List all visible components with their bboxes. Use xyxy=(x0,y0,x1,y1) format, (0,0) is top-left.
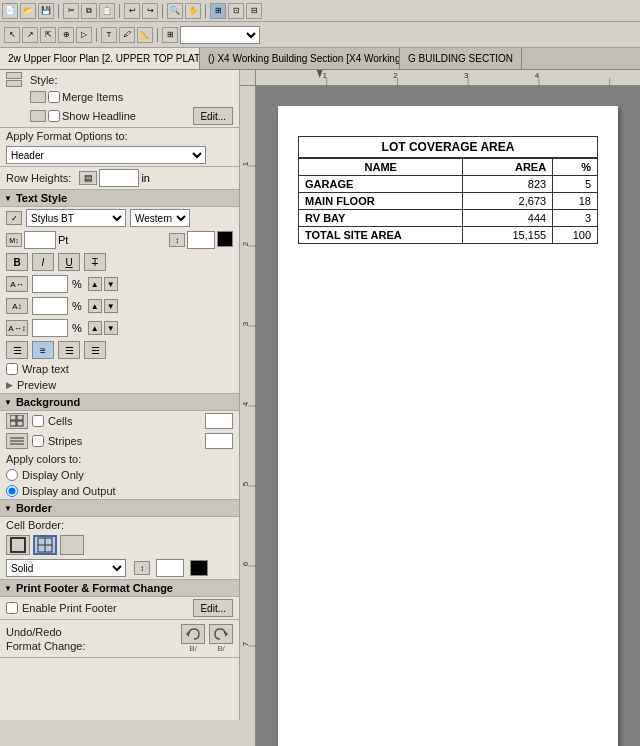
svg-text:6: 6 xyxy=(241,561,250,566)
save-icon[interactable]: 💾 xyxy=(38,3,54,19)
edit-button[interactable]: Edit... xyxy=(193,107,233,125)
zoom-icon[interactable]: 🔍 xyxy=(167,3,183,19)
font-size-icon: M↕ xyxy=(6,233,22,247)
show-headline-checkbox[interactable] xyxy=(48,110,60,122)
svg-rect-2 xyxy=(10,421,16,426)
layer-icon[interactable]: ⊞ xyxy=(162,27,178,43)
new-icon[interactable]: 📄 xyxy=(2,3,18,19)
enable-footer-checkbox[interactable] xyxy=(6,602,18,614)
tab-section[interactable]: () X4 Working Building Section [X4 Worki… xyxy=(200,48,400,69)
vertical-ruler: 1 2 3 4 5 6 7 xyxy=(240,86,256,746)
undo-icon-btn[interactable] xyxy=(181,624,205,644)
scale-c-up-btn[interactable]: ▲ xyxy=(88,321,102,335)
wrap-text-checkbox[interactable] xyxy=(6,363,18,375)
scale-c-input[interactable]: 100 xyxy=(32,319,68,337)
undo-icon[interactable]: ↩ xyxy=(124,3,140,19)
border-btn-outer[interactable] xyxy=(6,535,30,555)
stripes-icon xyxy=(6,433,28,449)
horizontal-ruler: 1 2 3 4 xyxy=(256,70,640,86)
tool-icon1[interactable]: ↖ xyxy=(4,27,20,43)
apply-format-select[interactable]: Header xyxy=(6,146,206,164)
tool-icon2[interactable]: ↗ xyxy=(22,27,38,43)
col-header-name: NAME xyxy=(299,159,463,176)
paste-icon[interactable]: 📋 xyxy=(99,3,115,19)
table-container: LOT COVERAGE AREA NAME AREA % GAR xyxy=(298,136,598,244)
scale-c-down-btn[interactable]: ▼ xyxy=(104,321,118,335)
border-width-input[interactable]: 1 xyxy=(156,559,184,577)
border-style-row: Solid ↕ 1 xyxy=(0,557,239,579)
scale-up-btn[interactable]: ▲ xyxy=(88,277,102,291)
redo-icon[interactable]: ↪ xyxy=(142,3,158,19)
layer-select[interactable] xyxy=(180,26,260,44)
strikethrough-button[interactable]: T xyxy=(84,253,106,271)
tool-icon4[interactable]: ⊕ xyxy=(58,27,74,43)
print-footer-header[interactable]: ▼ Print Footer & Format Change xyxy=(0,580,239,597)
text-style-header[interactable]: ▼ Text Style xyxy=(0,190,239,207)
spacing-input[interactable]: 1 xyxy=(187,231,215,249)
copy-icon[interactable]: ⧉ xyxy=(81,3,97,19)
view-icon1[interactable]: ⊞ xyxy=(210,3,226,19)
cells-row: Cells xyxy=(0,411,239,431)
cell-area: 444 xyxy=(463,210,553,227)
undo-btn-group: B/ xyxy=(181,624,205,653)
row-height-input[interactable]: 0 xyxy=(99,169,139,187)
scale-a-input[interactable]: 100 xyxy=(32,275,68,293)
tool-icon3[interactable]: ⇱ xyxy=(40,27,56,43)
display-output-radio[interactable] xyxy=(6,485,18,497)
view-icon3[interactable]: ⊟ xyxy=(246,3,262,19)
display-output-label: Display and Output xyxy=(22,485,116,497)
align-justify-btn[interactable]: ☰ xyxy=(84,341,106,359)
tool-icon6[interactable]: T xyxy=(101,27,117,43)
right-area: 1 2 3 4 1 2 3 xyxy=(240,70,640,720)
underline-button[interactable]: U xyxy=(58,253,80,271)
apply-format-section: Apply Format Options to: Header xyxy=(0,128,239,167)
cells-checkbox[interactable] xyxy=(32,415,44,427)
scale-row-2: A↕ 100 % ▲ ▼ xyxy=(0,295,239,317)
edit-footer-button[interactable]: Edit... xyxy=(193,599,233,617)
font-size-input[interactable]: 7 xyxy=(24,231,56,249)
hand-icon[interactable]: ✋ xyxy=(185,3,201,19)
font-family-select[interactable]: Stylus BT xyxy=(26,209,126,227)
merge-items-label: Merge Items xyxy=(62,91,123,103)
italic-button[interactable]: I xyxy=(32,253,54,271)
scale-c-pct: % xyxy=(72,322,82,334)
undo-redo-label: Undo/Redo xyxy=(6,626,85,638)
scale-down-btn[interactable]: ▼ xyxy=(104,277,118,291)
align-left-btn[interactable]: ☰ xyxy=(6,341,28,359)
border-color[interactable] xyxy=(190,560,208,576)
open-icon[interactable]: 📂 xyxy=(20,3,36,19)
display-only-radio[interactable] xyxy=(6,469,18,481)
stripes-color[interactable] xyxy=(205,433,233,449)
border-header[interactable]: ▼ Border xyxy=(0,500,239,517)
view-icon2[interactable]: ⊡ xyxy=(228,3,244,19)
svg-text:1: 1 xyxy=(322,71,327,80)
font-encoding-select[interactable]: Western xyxy=(130,209,190,227)
scale-b-input[interactable]: 100 xyxy=(32,297,68,315)
svg-rect-11 xyxy=(65,538,79,552)
cells-icon xyxy=(6,413,28,429)
bold-button[interactable]: B xyxy=(6,253,28,271)
redo-icon-btn[interactable] xyxy=(209,624,233,644)
background-label: Background xyxy=(16,396,80,408)
svg-rect-1 xyxy=(17,415,23,420)
border-btn-all[interactable] xyxy=(33,535,57,555)
tool-icon5[interactable]: ▷ xyxy=(76,27,92,43)
tab-floor-plan[interactable]: 2w Upper Floor Plan [2. UPPER TOP PLATE] xyxy=(0,48,200,69)
scale-b-down-btn[interactable]: ▼ xyxy=(104,299,118,313)
stripes-checkbox[interactable] xyxy=(32,435,44,447)
tab-building-section[interactable]: G BUILDING SECTION xyxy=(400,48,522,69)
align-center-btn[interactable]: ≡ xyxy=(32,341,54,359)
cut-icon[interactable]: ✂ xyxy=(63,3,79,19)
scale-b-up-btn[interactable]: ▲ xyxy=(88,299,102,313)
border-btn-none[interactable] xyxy=(60,535,84,555)
preview-arrow: ▶ xyxy=(6,380,13,390)
tool-icon8[interactable]: 📐 xyxy=(137,27,153,43)
background-header[interactable]: ▼ Background xyxy=(0,394,239,411)
merge-items-checkbox[interactable] xyxy=(48,91,60,103)
align-right-btn[interactable]: ☰ xyxy=(58,341,80,359)
border-style-select[interactable]: Solid xyxy=(6,559,126,577)
row-heights-section: Row Heights: ▤ 0 in xyxy=(0,167,239,190)
cells-color[interactable] xyxy=(205,413,233,429)
border-width-icon: ↕ xyxy=(134,561,150,575)
tool-icon7[interactable]: 🖊 xyxy=(119,27,135,43)
